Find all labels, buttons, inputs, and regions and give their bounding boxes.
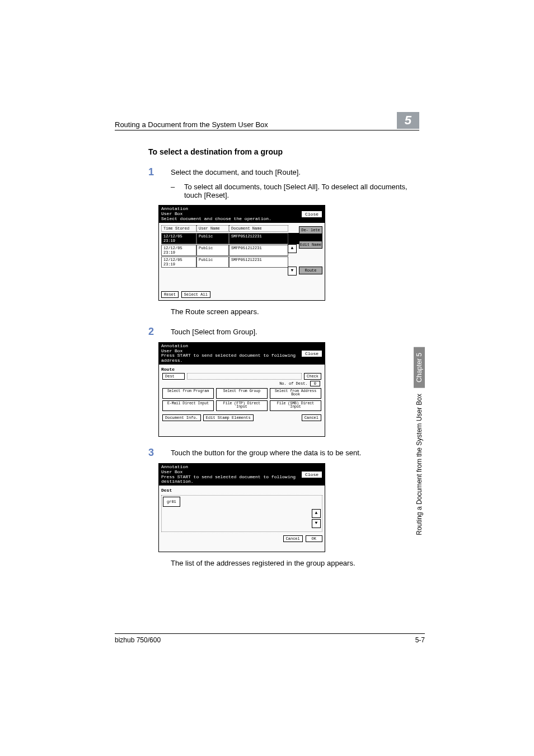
arrow-up-icon[interactable]: ▲ (288, 244, 297, 253)
delete-button[interactable]: De- lete (299, 226, 322, 234)
cell-doc: SMFP051212231 (229, 245, 288, 256)
header-title: Routing a Document from the System User … (115, 120, 268, 129)
dest-label: Dest (162, 373, 185, 380)
scr1-instruction: Select document and choose the operation… (161, 217, 271, 222)
select-all-button[interactable]: Select All (181, 291, 210, 298)
select-from-group-button[interactable]: Select from Group (216, 388, 268, 399)
scr3-instruction: Press START to send selected document to… (161, 475, 301, 485)
cell-doc: SMFP051212231 (229, 256, 288, 268)
table-row[interactable]: 12/12/05 23:19 Public SMFP051212231 (161, 256, 322, 268)
route-label: Route (161, 367, 322, 372)
cell-user: Public (196, 233, 229, 244)
scr2-instruction: Press START to send selected document to… (161, 353, 301, 363)
select-from-program-button[interactable]: Select from Program (162, 388, 214, 399)
step-3-after: The list of the addresses registered in … (171, 559, 419, 567)
footer-page: 5-7 (415, 636, 425, 644)
file-ftp-direct-input-button[interactable]: File (FTP) Direct Input (216, 400, 268, 411)
ok-button[interactable]: OK (306, 535, 322, 542)
table-row[interactable]: 12/12/05 23:19 Public SMFP051212231 (161, 245, 322, 256)
group-button[interactable]: gr01 (163, 497, 180, 507)
cell-user: Public (196, 245, 229, 256)
step-text-3: Touch the button for the group where the… (171, 447, 361, 459)
no-of-dest-label: No. of Dest. (279, 381, 307, 386)
step-1-subtext: To select all documents, touch [Select A… (184, 183, 419, 199)
table-row[interactable]: 12/12/05 23:19 Public SMFP051212231 (161, 233, 322, 244)
side-chapter-tab: Chapter 5 (414, 347, 425, 388)
chapter-number: 5 (397, 112, 419, 129)
cell-time: 12/12/05 23:19 (161, 233, 196, 244)
arrow-down-icon[interactable]: ▼ (288, 267, 297, 276)
cell-user: Public (196, 256, 229, 268)
sub-heading: To select a destination from a group (148, 147, 419, 156)
step-number-3: 3 (148, 447, 171, 459)
dest-label: Dest (161, 488, 322, 493)
file-smb-direct-input-button[interactable]: File (SMB) Direct Input (270, 400, 321, 411)
no-of-dest-value: 0 (310, 381, 320, 386)
select-from-addressbook-button[interactable]: Select from Address Book (270, 388, 321, 399)
screen-group-select: Annotation User Box Press START to send … (158, 463, 325, 552)
cancel-button[interactable]: Cancel (302, 414, 321, 421)
close-button[interactable]: Close (301, 211, 322, 218)
step-number-1: 1 (148, 166, 171, 178)
close-button[interactable]: Close (301, 350, 322, 357)
document-info-button[interactable]: Document Info. (162, 414, 201, 421)
cell-time: 12/12/05 23:19 (161, 245, 196, 256)
side-title-tab: Routing a Document from the System User … (414, 388, 425, 541)
arrow-down-icon[interactable]: ▼ (312, 519, 321, 528)
check-button[interactable]: Check (304, 373, 321, 380)
screen-route: Annotation User Box Press START to send … (158, 342, 325, 437)
col-doc-header: Document Name (229, 225, 288, 232)
edit-stamp-button[interactable]: Edit Stamp Elements (203, 414, 254, 421)
close-button[interactable]: Close (301, 471, 322, 478)
step-text-2: Touch [Select from Group]. (171, 326, 257, 338)
arrow-up-icon[interactable]: ▲ (312, 509, 321, 518)
cell-time: 12/12/05 23:19 (161, 256, 196, 268)
dest-field (187, 373, 302, 380)
email-direct-input-button[interactable]: E-Mail Direct Input (162, 400, 214, 411)
footer-model: bizhub 750/600 (115, 636, 161, 644)
edit-name-button[interactable]: Edit Name (299, 241, 322, 249)
bullet-dash: – (171, 183, 184, 199)
reset-button[interactable]: Reset (161, 291, 179, 298)
route-button[interactable]: Route (299, 267, 322, 274)
col-user-header: User Name (196, 225, 229, 232)
step-number-2: 2 (148, 326, 171, 338)
step-text-1: Select the document, and touch [Route]. (171, 166, 301, 178)
step-1-after: The Route screen appears. (171, 307, 419, 316)
screen-annotation-box: Annotation User Box Select document and … (158, 205, 325, 300)
cancel-button[interactable]: Cancel (283, 535, 303, 542)
col-time-header: Time Stored (161, 225, 196, 232)
cell-doc: SMFP051212231 (229, 233, 288, 244)
